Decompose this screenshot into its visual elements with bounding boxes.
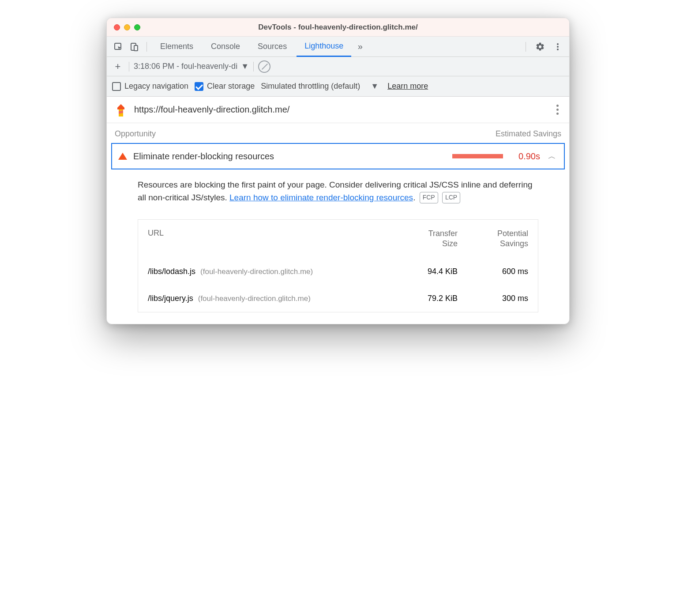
chevron-up-icon: ︿: [546, 151, 558, 162]
svg-point-4: [557, 46, 559, 48]
resource-path: /libs/jquery.js: [148, 294, 193, 303]
devtools-window: DevTools - foul-heavenly-direction.glitc…: [106, 18, 570, 324]
resources-table: URL TransferSize PotentialSavings /libs/…: [138, 219, 538, 312]
opportunity-item[interactable]: Eliminate render-blocking resources 0.90…: [111, 143, 565, 169]
cell-potential-savings: 600 ms: [458, 267, 528, 276]
window-title: DevTools - foul-heavenly-direction.glitc…: [107, 23, 569, 32]
tab-elements[interactable]: Elements: [152, 37, 201, 57]
resource-host: (foul-heavenly-direction.glitch.me): [200, 267, 313, 276]
panel-tabstrip: Elements Console Sources Lighthouse »: [107, 37, 569, 57]
report-selector[interactable]: 3:18:06 PM - foul-heavenly-di ▼: [134, 62, 249, 71]
checkbox-icon: [112, 82, 121, 91]
titlebar: DevTools - foul-heavenly-direction.glitc…: [107, 18, 569, 37]
cell-potential-savings: 300 ms: [458, 294, 528, 303]
cell-transfer-size: 94.4 KiB: [391, 267, 458, 276]
close-window-button[interactable]: [114, 24, 120, 30]
opportunity-header-left: Opportunity: [115, 129, 156, 139]
col-transfer-header: TransferSize: [391, 229, 458, 249]
legacy-navigation-checkbox[interactable]: Legacy navigation: [112, 82, 188, 91]
fail-triangle-icon: [118, 153, 127, 160]
throttling-selector[interactable]: Simulated throttling (default) ▼: [261, 82, 379, 91]
minimize-window-button[interactable]: [124, 24, 130, 30]
table-header-row: URL TransferSize PotentialSavings: [138, 220, 538, 258]
lighthouse-toolbar: + 3:18:06 PM - foul-heavenly-di ▼: [107, 57, 569, 76]
report-menu-icon[interactable]: [554, 102, 561, 117]
clear-storage-label: Clear storage: [207, 82, 255, 91]
throttling-label: Simulated throttling (default): [261, 82, 360, 91]
opportunity-header-right: Estimated Savings: [496, 129, 561, 139]
cell-url: /libs/lodash.js (foul-heavenly-direction…: [148, 267, 391, 276]
more-tabs-icon[interactable]: »: [353, 40, 367, 54]
lighthouse-logo-icon: [115, 102, 127, 117]
lighthouse-settings-bar: Legacy navigation Clear storage Simulate…: [107, 76, 569, 97]
tab-console[interactable]: Console: [203, 37, 248, 57]
savings-bar: [452, 154, 503, 158]
description-post: .: [413, 193, 415, 202]
description-learn-link[interactable]: Learn how to eliminate render-blocking r…: [229, 193, 413, 202]
dropdown-icon: ▼: [371, 82, 379, 91]
report-url-row: https://foul-heavenly-direction.glitch.m…: [107, 97, 569, 123]
opportunity-description: Resources are blocking the first paint o…: [107, 169, 569, 209]
separator: [253, 62, 254, 71]
learn-more-link[interactable]: Learn more: [387, 82, 428, 91]
svg-point-3: [557, 43, 559, 45]
maximize-window-button[interactable]: [134, 24, 140, 30]
cell-transfer-size: 79.2 KiB: [391, 294, 458, 303]
metric-tag-fcp: FCP: [420, 192, 438, 203]
separator: [146, 42, 147, 52]
cell-url: /libs/jquery.js (foul-heavenly-direction…: [148, 294, 391, 303]
settings-icon[interactable]: [533, 40, 547, 54]
kebab-menu-icon[interactable]: [551, 40, 565, 54]
opportunity-title: Eliminate render-blocking resources: [133, 151, 274, 162]
report-selector-label: 3:18:06 PM - foul-heavenly-di: [134, 62, 237, 71]
dropdown-icon: ▼: [241, 62, 249, 71]
device-toolbar-icon[interactable]: [127, 40, 141, 54]
tab-lighthouse[interactable]: Lighthouse: [297, 37, 351, 57]
table-row: /libs/jquery.js (foul-heavenly-direction…: [138, 285, 538, 312]
traffic-lights: [114, 24, 140, 30]
separator: [526, 42, 526, 52]
report-url: https://foul-heavenly-direction.glitch.m…: [134, 105, 289, 115]
separator: [129, 62, 129, 71]
col-url-header: URL: [148, 229, 391, 249]
svg-point-5: [557, 49, 559, 50]
checkbox-checked-icon: [195, 82, 203, 91]
svg-rect-2: [134, 45, 138, 51]
metric-tag-lcp: LCP: [442, 192, 460, 203]
tab-sources[interactable]: Sources: [250, 37, 295, 57]
table-row: /libs/lodash.js (foul-heavenly-direction…: [138, 258, 538, 285]
resource-path: /libs/lodash.js: [148, 267, 195, 276]
col-savings-header: PotentialSavings: [458, 229, 528, 249]
legacy-navigation-label: Legacy navigation: [124, 82, 188, 91]
resource-host: (foul-heavenly-direction.glitch.me): [198, 294, 311, 303]
new-report-button[interactable]: +: [111, 60, 124, 73]
clear-all-icon[interactable]: [258, 60, 270, 73]
inspect-element-icon[interactable]: [111, 40, 125, 54]
savings-value: 0.90s: [509, 151, 540, 162]
opportunity-section-header: Opportunity Estimated Savings: [107, 123, 569, 143]
clear-storage-checkbox[interactable]: Clear storage: [195, 82, 255, 91]
